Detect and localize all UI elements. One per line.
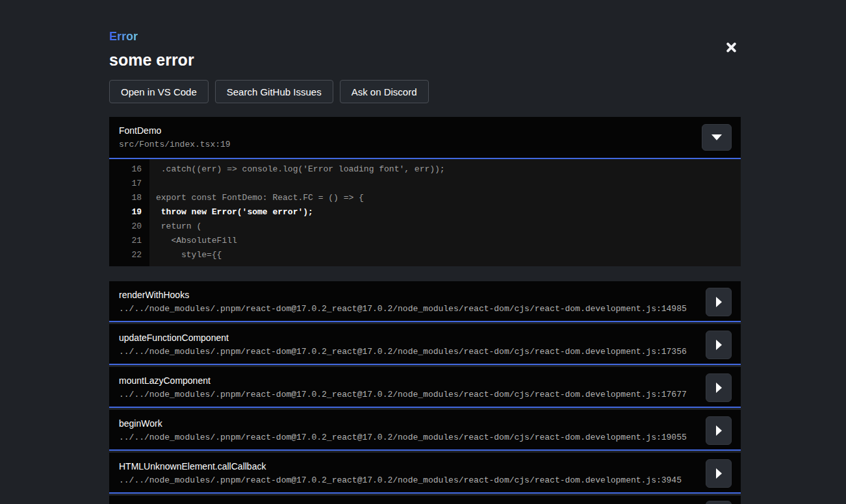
open-in-vscode-button[interactable]: Open in VS Code xyxy=(109,80,209,103)
stack-frame-name: updateFunctionComponent xyxy=(119,324,695,344)
expand-stack-frame-button[interactable] xyxy=(706,331,732,359)
stack-frame-path: ../../node_modules/.pnpm/react-dom@17.0.… xyxy=(119,347,695,357)
line-source: throw new Error('some error'); xyxy=(149,205,313,220)
stack-frame: beginWork ../../node_modules/.pnpm/react… xyxy=(109,410,741,451)
stack-frame-path: ../../node_modules/.pnpm/react-dom@17.0.… xyxy=(119,433,695,442)
line-number: 17 xyxy=(109,177,149,191)
code-frame-location: src/Fonts/index.tsx:19 xyxy=(119,140,695,149)
line-number: 20 xyxy=(109,220,149,234)
stack-frame-partial xyxy=(109,496,741,504)
code-line: 20 return ( xyxy=(109,220,741,234)
play-icon xyxy=(716,468,722,479)
stack-frame: renderWithHooks ../../node_modules/.pnpm… xyxy=(109,281,741,322)
play-icon xyxy=(716,383,722,393)
search-github-issues-button[interactable]: Search GitHub Issues xyxy=(215,80,333,103)
stack-frame-list: renderWithHooks ../../node_modules/.pnpm… xyxy=(109,281,741,504)
line-source: export const FontDemo: React.FC = () => … xyxy=(149,191,364,205)
expand-stack-frame-button[interactable] xyxy=(706,373,732,402)
code-frame: FontDemo src/Fonts/index.tsx:19 16 .catc… xyxy=(109,117,741,266)
stack-frame: mountLazyComponent ../../node_modules/.p… xyxy=(109,367,741,408)
stack-frame-path: ../../node_modules/.pnpm/react-dom@17.0.… xyxy=(119,390,695,399)
code-line: 22 style={{ xyxy=(109,248,741,262)
expand-stack-frame-button[interactable] xyxy=(706,288,732,316)
stack-frame-name: HTMLUnknownElement.callCallback xyxy=(119,453,695,472)
stack-frame-name: beginWork xyxy=(119,410,695,429)
error-kicker: Error xyxy=(109,30,138,43)
code-line: 18 export const FontDemo: React.FC = () … xyxy=(109,191,741,205)
expand-stack-frame-button[interactable] xyxy=(706,501,732,504)
code-line: 21 <AbsoluteFill xyxy=(109,234,741,248)
code-line: 16 .catch((err) => console.log('Error lo… xyxy=(109,162,741,177)
code-frame-function-name: FontDemo xyxy=(119,125,695,136)
stack-frame: HTMLUnknownElement.callCallback ../../no… xyxy=(109,453,741,494)
line-source: .catch((err) => console.log('Error loadi… xyxy=(149,162,445,177)
line-source xyxy=(149,177,156,191)
action-bar: Open in VS Code Search GitHub Issues Ask… xyxy=(109,80,741,103)
stack-frame-path: ../../node_modules/.pnpm/react-dom@17.0.… xyxy=(119,475,695,485)
line-source: return ( xyxy=(149,220,201,234)
line-source: style={{ xyxy=(149,248,222,262)
error-overlay: Error some error Open in VS Code Search … xyxy=(0,0,846,504)
play-icon xyxy=(716,340,722,350)
line-number: 19 xyxy=(109,205,149,220)
line-number: 22 xyxy=(109,248,149,262)
error-title: some error xyxy=(109,51,741,69)
play-icon xyxy=(716,425,722,436)
chevron-down-icon xyxy=(711,134,722,140)
code-frame-header: FontDemo src/Fonts/index.tsx:19 xyxy=(109,117,741,159)
expand-stack-frame-button[interactable] xyxy=(706,416,732,445)
stack-frame-name: mountLazyComponent xyxy=(119,367,695,386)
play-icon xyxy=(716,297,722,307)
overlay-content: Error some error Open in VS Code Search … xyxy=(109,0,741,504)
line-number: 18 xyxy=(109,191,149,205)
code-line: 17 xyxy=(109,177,741,191)
expand-stack-frame-button[interactable] xyxy=(706,459,732,488)
code-block: 16 .catch((err) => console.log('Error lo… xyxy=(109,159,741,266)
line-source: <AbsoluteFill xyxy=(149,234,237,248)
stack-frame-path: ../../node_modules/.pnpm/react-dom@17.0.… xyxy=(119,304,695,314)
code-line-highlighted: 19 throw new Error('some error'); xyxy=(109,205,741,220)
ask-on-discord-button[interactable]: Ask on Discord xyxy=(340,80,429,103)
line-number: 21 xyxy=(109,234,149,248)
stack-frame: updateFunctionComponent ../../node_modul… xyxy=(109,324,741,365)
collapse-code-frame-button[interactable] xyxy=(702,124,732,151)
line-number: 16 xyxy=(109,162,149,177)
stack-frame-name: renderWithHooks xyxy=(119,281,695,301)
